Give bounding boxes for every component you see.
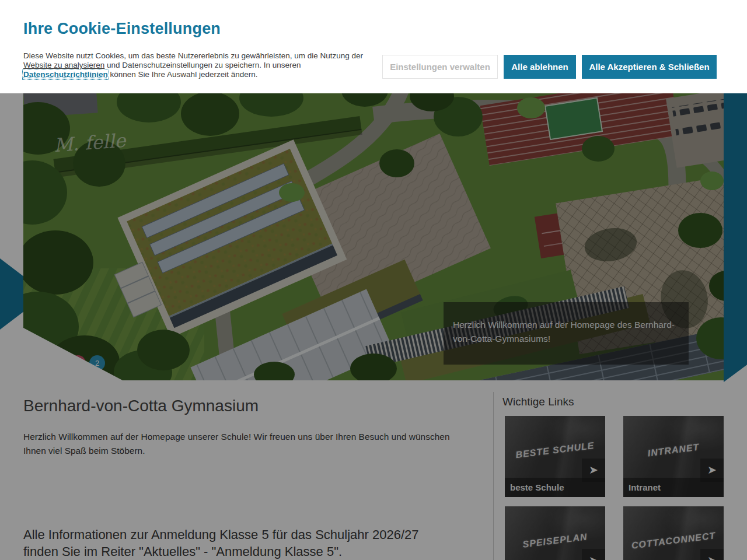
cookie-text-part1: Diese Website nutzt Cookies, um das best… bbox=[23, 51, 363, 60]
cookie-button-row: Einstellungen verwalten Alle ablehnen Al… bbox=[382, 55, 717, 79]
arrow-icon: ➤ bbox=[582, 549, 605, 560]
left-accent-triangle bbox=[0, 258, 23, 330]
content-divider bbox=[493, 392, 494, 560]
accept-all-button[interactable]: Alle Akzeptieren & Schließen bbox=[582, 55, 717, 79]
cookie-banner-title: Ihre Cookie-Einstellungen bbox=[23, 20, 221, 38]
announcement-paragraph: Alle Informationen zur Anmeldung Klasse … bbox=[23, 527, 438, 560]
cookie-banner: Ihre Cookie-Einstellungen Diese Website … bbox=[0, 0, 747, 93]
link-tile-cottaconnect[interactable]: CottaConnect ➤ CottaConnect bbox=[623, 506, 724, 560]
slide-caption: Herzlich Willkommen auf der Homepage des… bbox=[444, 302, 689, 365]
analyze-usage-link[interactable]: Website zu analysieren bbox=[23, 61, 104, 69]
tile-caption: Intranet bbox=[623, 478, 724, 497]
privacy-policy-link[interactable]: Datenschutzrichtlinien bbox=[23, 70, 108, 79]
page-title: Bernhard-von-Cotta Gymnasium bbox=[23, 397, 259, 415]
cookie-text-part3: können Sie Ihre Auswahl jederzeit ändern… bbox=[108, 70, 258, 79]
right-accent-strip bbox=[724, 93, 747, 382]
link-tile-intranet[interactable]: Intranet ➤ Intranet bbox=[623, 416, 724, 497]
reject-all-button[interactable]: Alle ablehnen bbox=[504, 55, 576, 79]
manage-settings-button[interactable]: Einstellungen verwalten bbox=[382, 55, 498, 79]
tile-caption: beste Schule bbox=[505, 478, 605, 497]
link-tile-speiseplan[interactable]: Speiseplan ➤ Speiseplan bbox=[505, 506, 605, 560]
important-links-grid: beste Schule ➤ beste Schule Intranet ➤ I… bbox=[505, 416, 724, 560]
intro-paragraph: Herzlich Willkommen auf der Homepage uns… bbox=[23, 430, 452, 458]
arrow-icon: ➤ bbox=[700, 549, 724, 560]
sidebar-title: Wichtige Links bbox=[502, 396, 574, 408]
link-tile-beste-schule[interactable]: beste Schule ➤ beste Schule bbox=[505, 416, 605, 497]
cookie-text-part2: und Datenschutzeinstellungen zu speicher… bbox=[104, 61, 301, 69]
cookie-banner-text: Diese Website nutzt Cookies, um das best… bbox=[23, 51, 368, 79]
hero-slider: M. felle Herzlich Willkommen auf der Hom… bbox=[23, 93, 724, 380]
